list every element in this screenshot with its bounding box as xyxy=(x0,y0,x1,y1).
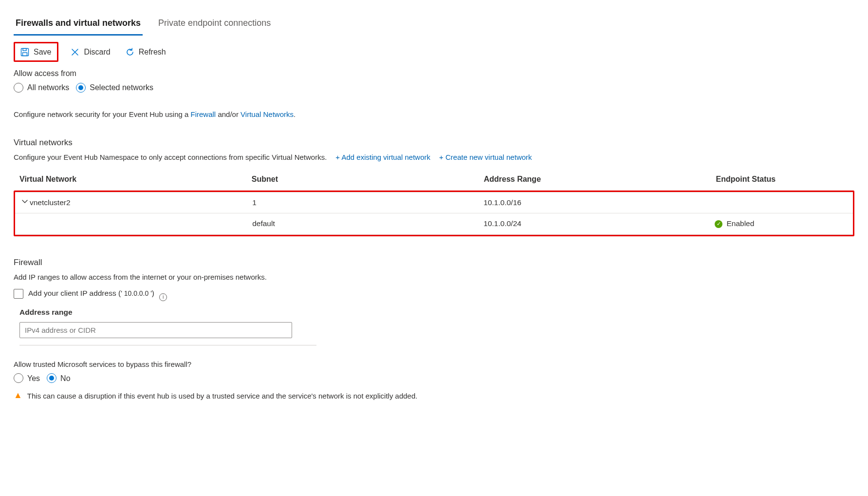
table-row: default 10.1.0.0/24 ✓ Enabled xyxy=(15,213,853,234)
table-row: vnetcluster2 1 10.1.0.0/16 xyxy=(15,192,853,213)
tab-private-endpoint[interactable]: Private endpoint connections xyxy=(156,12,273,36)
radio-all-label: All networks xyxy=(27,82,69,93)
radio-bypass-no[interactable]: No xyxy=(47,373,70,384)
vnet-subnet-count: 1 xyxy=(252,197,483,208)
svg-rect-0 xyxy=(21,48,29,56)
warning-icon: ▲ xyxy=(14,391,22,400)
save-highlight: Save xyxy=(14,42,58,62)
info-icon[interactable]: i xyxy=(159,293,167,301)
allow-access-label: Allow access from xyxy=(14,68,854,79)
endpoint-status-text: Enabled xyxy=(726,218,754,229)
firewall-link[interactable]: Firewall xyxy=(191,110,216,118)
vnet-address-range: 10.1.0.0/16 xyxy=(483,197,715,208)
col-subnet: Subnet xyxy=(252,173,484,185)
add-client-ip-checkbox[interactable]: Add your client IP address (' 10.0.0.0 '… xyxy=(14,288,154,299)
discard-button[interactable]: Discard xyxy=(67,43,113,60)
firewall-desc: Add IP ranges to allow access from the i… xyxy=(14,272,854,283)
col-endpoint-status: Endpoint Status xyxy=(716,173,848,185)
firewall-title: Firewall xyxy=(14,257,854,269)
create-new-vnet-link[interactable]: + Create new virtual network xyxy=(439,152,532,163)
vnets-desc: Configure your Event Hub Namespace to on… xyxy=(14,152,327,163)
save-button[interactable]: Save xyxy=(17,43,54,60)
command-bar: Save Discard Refresh xyxy=(14,42,854,62)
refresh-icon xyxy=(125,47,135,57)
radio-no-label: No xyxy=(60,373,70,384)
refresh-label: Refresh xyxy=(139,46,166,57)
check-icon: ✓ xyxy=(715,220,722,228)
refresh-button[interactable]: Refresh xyxy=(122,43,169,60)
intro-pre: Configure network security for your Even… xyxy=(14,110,191,118)
radio-unchecked-icon xyxy=(14,373,23,383)
radio-checked-icon xyxy=(47,373,56,383)
radio-yes-label: Yes xyxy=(27,373,40,384)
add-client-ip-label: Add your client IP address (' 10.0.0.0 '… xyxy=(28,288,154,299)
discard-label: Discard xyxy=(84,46,110,57)
vnet-table-header: Virtual Network Subnet Address Range End… xyxy=(14,169,854,190)
radio-unchecked-icon xyxy=(14,83,23,93)
bypass-question: Allow trusted Microsoft services to bypa… xyxy=(14,359,854,370)
vnets-title: Virtual networks xyxy=(14,137,854,149)
tab-bar: Firewalls and virtual networks Private e… xyxy=(14,12,854,36)
col-virtual-network: Virtual Network xyxy=(19,173,252,185)
vnets-config-row: Configure your Event Hub Namespace to on… xyxy=(14,152,854,163)
allow-access-radios: All networks Selected networks xyxy=(14,82,854,93)
bypass-warning: ▲ This can cause a disruption if this ev… xyxy=(14,391,854,401)
radio-selected-label: Selected networks xyxy=(90,82,153,93)
radio-bypass-yes[interactable]: Yes xyxy=(14,373,40,384)
radio-all-networks[interactable]: All networks xyxy=(14,82,69,93)
address-range-header: Address range xyxy=(19,307,312,318)
tab-firewalls-vnets[interactable]: Firewalls and virtual networks xyxy=(14,12,143,36)
subnet-name: default xyxy=(252,218,483,229)
intro-post: . xyxy=(294,110,295,118)
vnet-rows-highlight: vnetcluster2 1 10.1.0.0/16 default 10.1.… xyxy=(14,191,854,236)
radio-selected-networks[interactable]: Selected networks xyxy=(76,82,153,93)
vnet-name: vnetcluster2 xyxy=(30,197,71,208)
virtual-networks-link[interactable]: Virtual Networks xyxy=(240,110,294,118)
vnet-expand-toggle[interactable]: vnetcluster2 xyxy=(21,197,252,208)
intro-mid: and/or xyxy=(218,110,240,118)
save-icon xyxy=(20,47,30,57)
save-label: Save xyxy=(34,46,51,57)
bypass-warning-text: This can cause a disruption if this even… xyxy=(27,391,418,401)
close-icon xyxy=(70,47,80,57)
checkbox-unchecked-icon xyxy=(14,289,23,299)
endpoint-status: ✓ Enabled xyxy=(715,218,847,229)
svg-rect-2 xyxy=(23,53,27,56)
intro-sentence: Configure network security for your Even… xyxy=(14,109,854,120)
svg-rect-1 xyxy=(23,48,26,51)
vnet-table: Virtual Network Subnet Address Range End… xyxy=(14,169,854,236)
col-address-range: Address Range xyxy=(484,173,716,185)
radio-checked-icon xyxy=(76,83,86,93)
chevron-down-icon xyxy=(21,197,29,208)
subnet-address-range: 10.1.0.0/24 xyxy=(483,218,715,229)
address-range-block: Address range xyxy=(19,307,312,345)
add-existing-vnet-link[interactable]: + Add existing virtual network xyxy=(335,152,430,163)
bypass-radios: Yes No xyxy=(14,373,854,384)
address-range-input[interactable] xyxy=(19,322,292,338)
